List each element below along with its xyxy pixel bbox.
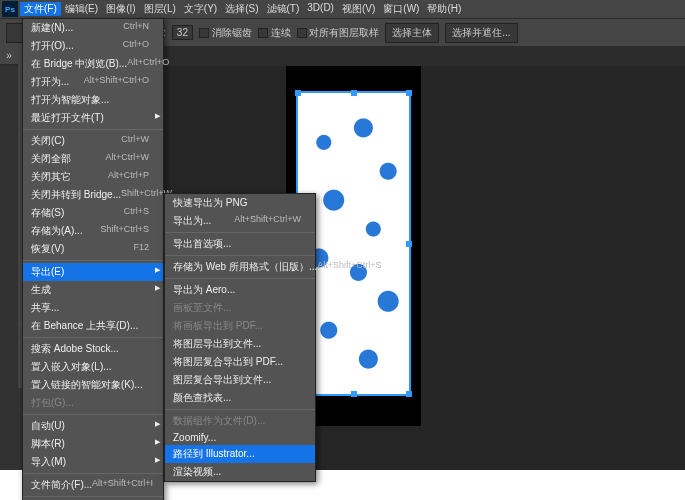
- file_menu-item[interactable]: 在 Bridge 中浏览(B)...Alt+Ctrl+O: [23, 55, 163, 73]
- file_menu-item[interactable]: 打开为智能对象...: [23, 91, 163, 109]
- menu-item-label: 关闭(C): [31, 134, 65, 148]
- export_menu-item: 将画板导出到 PDF...: [165, 317, 315, 335]
- menu-item-label: 打开为...: [31, 75, 69, 89]
- file_menu-item[interactable]: 导出(E): [23, 263, 163, 281]
- file_menu-item[interactable]: 存储为(A)...Shift+Ctrl+S: [23, 222, 163, 240]
- menu-item-label: 渲染视频...: [173, 465, 221, 479]
- menu-item-label: 存储为 Web 所用格式（旧版）...: [173, 260, 317, 274]
- menu-item-label: 导入(M): [31, 455, 66, 469]
- transform-handle[interactable]: [351, 90, 357, 96]
- transform-handle[interactable]: [351, 391, 357, 397]
- file_menu-item[interactable]: 打开(O)...Ctrl+O: [23, 37, 163, 55]
- menu-选择(S)[interactable]: 选择(S): [221, 2, 262, 16]
- menu-item-label: 将图层复合导出到 PDF...: [173, 355, 283, 369]
- menu-item-label: 存储为(A)...: [31, 224, 83, 238]
- menu-separator: [165, 278, 315, 279]
- menu-item-label: 在 Behance 上共享(D)...: [31, 319, 138, 333]
- file_menu-item[interactable]: 打开为...Alt+Shift+Ctrl+O: [23, 73, 163, 91]
- menu-item-label: 打开(O)...: [31, 39, 74, 53]
- menu-3D(D)[interactable]: 3D(D): [303, 2, 338, 16]
- export_menu-item[interactable]: 导出首选项...: [165, 235, 315, 253]
- menu-item-shortcut: Ctrl+S: [124, 206, 149, 220]
- ps-logo-icon: Ps: [2, 1, 18, 17]
- file_menu-item[interactable]: 共享...: [23, 299, 163, 317]
- menu-item-label: 画板至文件...: [173, 301, 231, 315]
- file_menu-item[interactable]: 新建(N)...Ctrl+N: [23, 19, 163, 37]
- photoshop-app: Ps 文件(F)编辑(E)图像(I)图层(L)文字(Y)选择(S)滤镜(T)3D…: [0, 0, 685, 470]
- file_menu-item[interactable]: 关闭全部Alt+Ctrl+W: [23, 150, 163, 168]
- export_menu-item[interactable]: 颜色查找表...: [165, 389, 315, 407]
- export_menu-item[interactable]: 将图层复合导出到 PDF...: [165, 353, 315, 371]
- menu-item-shortcut: Alt+Ctrl+P: [108, 170, 149, 184]
- contiguous-checkbox[interactable]: [258, 28, 268, 38]
- menu-item-shortcut: F12: [133, 242, 149, 256]
- file_menu-item[interactable]: 关闭其它Alt+Ctrl+P: [23, 168, 163, 186]
- menu-item-label: 生成: [31, 283, 51, 297]
- export_menu-item[interactable]: 存储为 Web 所用格式（旧版）...Alt+Shift+Ctrl+S: [165, 258, 315, 276]
- export-submenu-dropdown: 快速导出为 PNG导出为...Alt+Shift+Ctrl+W导出首选项...存…: [164, 193, 316, 482]
- menu-窗口(W)[interactable]: 窗口(W): [379, 2, 423, 16]
- transform-handle[interactable]: [406, 241, 412, 247]
- transform-handle[interactable]: [295, 90, 301, 96]
- export_menu-item[interactable]: 导出为 Aero...: [165, 281, 315, 299]
- menu-编辑(E)[interactable]: 编辑(E): [61, 2, 102, 16]
- menu-item-label: 置入嵌入对象(L)...: [31, 360, 112, 374]
- file_menu-item[interactable]: 自动(U): [23, 417, 163, 435]
- menu-图层(L)[interactable]: 图层(L): [140, 2, 180, 16]
- menu-separator: [23, 260, 163, 261]
- file_menu-item[interactable]: 生成: [23, 281, 163, 299]
- menu-separator: [23, 337, 163, 338]
- menu-item-label: 恢复(V): [31, 242, 64, 256]
- menu-item-label: 在 Bridge 中浏览(B)...: [31, 57, 127, 71]
- tolerance-input[interactable]: 32: [172, 25, 193, 40]
- antialias-checkbox[interactable]: [199, 28, 209, 38]
- file_menu-item[interactable]: 关闭并转到 Bridge...Shift+Ctrl+W: [23, 186, 163, 204]
- select-mask-button[interactable]: 选择并遮住...: [445, 23, 517, 43]
- menu-item-shortcut: Alt+Shift+Ctrl+W: [234, 214, 301, 228]
- select-subject-button[interactable]: 选择主体: [385, 23, 439, 43]
- export_menu-item[interactable]: 渲染视频...: [165, 463, 315, 481]
- transform-handle[interactable]: [406, 391, 412, 397]
- menu-item-label: 脚本(R): [31, 437, 65, 451]
- menu-item-shortcut: Alt+Shift+Ctrl+S: [317, 260, 381, 274]
- menu-item-label: 新建(N)...: [31, 21, 73, 35]
- menu-视图(V)[interactable]: 视图(V): [338, 2, 379, 16]
- menu-item-label: 打包(G)...: [31, 396, 74, 410]
- export_menu-item[interactable]: 路径到 Illustrator...: [165, 445, 315, 463]
- file_menu-item[interactable]: 脚本(R): [23, 435, 163, 453]
- file_menu-item[interactable]: 在 Behance 上共享(D)...: [23, 317, 163, 335]
- menu-文件(F)[interactable]: 文件(F): [20, 2, 61, 16]
- transform-handle[interactable]: [406, 90, 412, 96]
- file_menu-item[interactable]: 最近打开文件(T): [23, 109, 163, 127]
- export_menu-item[interactable]: Zoomify...: [165, 430, 315, 445]
- export_menu-item[interactable]: 将图层导出到文件...: [165, 335, 315, 353]
- menu-item-label: 关闭全部: [31, 152, 71, 166]
- file_menu-item[interactable]: 关闭(C)Ctrl+W: [23, 132, 163, 150]
- menu-滤镜(T)[interactable]: 滤镜(T): [263, 2, 304, 16]
- file_menu-item[interactable]: 置入嵌入对象(L)...: [23, 358, 163, 376]
- file_menu-item[interactable]: 搜索 Adobe Stock...: [23, 340, 163, 358]
- file_menu-item[interactable]: 置入链接的智能对象(K)...: [23, 376, 163, 394]
- menu-item-label: 数据组作为文件(D)...: [173, 414, 265, 428]
- menu-item-shortcut: Alt+Shift+Ctrl+I: [92, 478, 153, 492]
- menu-item-label: 自动(U): [31, 419, 65, 433]
- menu-item-shortcut: Ctrl+N: [123, 21, 149, 35]
- menubar: Ps 文件(F)编辑(E)图像(I)图层(L)文字(Y)选择(S)滤镜(T)3D…: [0, 0, 685, 18]
- export_menu-item[interactable]: 快速导出为 PNG: [165, 194, 315, 212]
- export_menu-item[interactable]: 图层复合导出到文件...: [165, 371, 315, 389]
- tool-icon[interactable]: »: [0, 46, 18, 64]
- menu-文字(Y)[interactable]: 文字(Y): [180, 2, 221, 16]
- all-layers-checkbox[interactable]: [297, 28, 307, 38]
- menu-图像(I)[interactable]: 图像(I): [102, 2, 139, 16]
- file_menu-item[interactable]: 恢复(V)F12: [23, 240, 163, 258]
- menu-item-shortcut: Alt+Ctrl+W: [105, 152, 149, 166]
- file_menu-item[interactable]: 文件简介(F)...Alt+Shift+Ctrl+I: [23, 476, 163, 494]
- menu-帮助(H)[interactable]: 帮助(H): [423, 2, 465, 16]
- file_menu-item[interactable]: 导入(M): [23, 453, 163, 471]
- menu-item-label: 最近打开文件(T): [31, 111, 104, 125]
- menu-item-label: 快速导出为 PNG: [173, 196, 247, 210]
- menu-item-label: Zoomify...: [173, 432, 216, 443]
- menu-separator: [165, 409, 315, 410]
- file_menu-item[interactable]: 存储(S)Ctrl+S: [23, 204, 163, 222]
- export_menu-item[interactable]: 导出为...Alt+Shift+Ctrl+W: [165, 212, 315, 230]
